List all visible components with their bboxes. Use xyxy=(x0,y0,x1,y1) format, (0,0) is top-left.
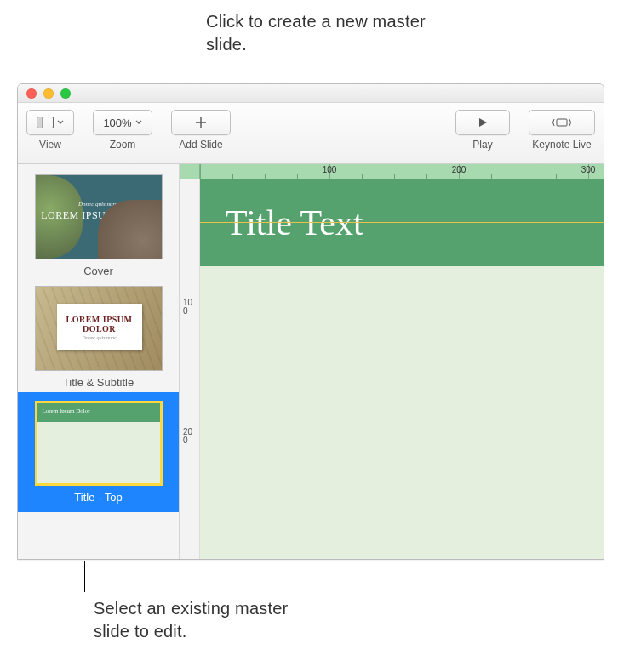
master-slide-thumbnail[interactable]: LOREM IPSUM DOLOR Donec quis nunc Title … xyxy=(18,281,179,392)
slide-navigator: Donec quis nunc LOREM IPSUM DOLOR Cover … xyxy=(18,164,180,559)
annotation-line xyxy=(84,561,85,592)
thumbnail-preview: Lorem Ipsum Dolor xyxy=(35,401,163,486)
toolbar-label: Zoom xyxy=(110,139,136,151)
slide-editor: 100 200 300 100 200 Title Text xyxy=(180,164,604,559)
ruler-tick-label: 200 xyxy=(452,165,466,174)
thumbnail-label: Title - Top xyxy=(26,491,170,504)
thumbnail-text: Lorem Ipsum Dolor xyxy=(43,407,90,414)
play-button[interactable] xyxy=(455,110,510,135)
window-titlebar xyxy=(18,84,604,103)
toolbar-play-group: Play xyxy=(455,110,510,151)
toolbar-add-slide-group: Add Slide xyxy=(171,110,231,151)
ruler-tick-label: 100 xyxy=(183,299,195,316)
slide-canvas[interactable]: Title Text xyxy=(200,179,604,559)
alignment-guide xyxy=(200,222,604,223)
ruler-tick-label: 200 xyxy=(183,428,195,445)
thumbnail-label: Title & Subtitle xyxy=(26,376,170,389)
toolbar-label: Keynote Live xyxy=(532,139,591,151)
toolbar: View 100% Zoom Add Slide xyxy=(18,103,604,164)
close-icon[interactable] xyxy=(26,88,37,99)
ruler-tick-label: 300 xyxy=(581,165,596,174)
chevron-down-icon xyxy=(135,120,142,125)
add-slide-button[interactable] xyxy=(171,110,231,135)
zoom-value: 100% xyxy=(103,117,131,129)
play-icon xyxy=(477,117,489,128)
svg-rect-1 xyxy=(37,117,43,128)
title-text: Title Text xyxy=(226,202,363,243)
title-placeholder[interactable]: Title Text xyxy=(200,179,604,266)
minimize-icon[interactable] xyxy=(43,88,54,99)
toolbar-view-group: View xyxy=(26,110,74,151)
thumbnail-text: Donec quis nunc xyxy=(82,335,116,340)
thumbnail-label: Cover xyxy=(26,265,170,277)
annotation-bottom: Select an existing master slide to edit. xyxy=(94,597,315,643)
vertical-ruler[interactable]: 100 200 xyxy=(180,179,200,559)
ruler-corner xyxy=(180,164,200,179)
toolbar-label: Add Slide xyxy=(179,139,222,151)
chevron-down-icon xyxy=(57,120,64,125)
ruler-tick-label: 100 xyxy=(323,165,337,174)
toolbar-label: Play xyxy=(472,139,492,151)
view-icon xyxy=(37,117,54,128)
horizontal-ruler[interactable]: 100 200 300 xyxy=(200,164,604,179)
thumbnail-text: LOREM IPSUM DOLOR xyxy=(36,209,162,222)
toolbar-label: View xyxy=(39,139,61,151)
broadcast-icon xyxy=(551,117,573,128)
keynote-live-button[interactable] xyxy=(529,110,595,135)
maximize-icon[interactable] xyxy=(60,88,71,99)
master-slide-thumbnail[interactable]: Donec quis nunc LOREM IPSUM DOLOR Cover xyxy=(18,169,179,281)
svg-rect-5 xyxy=(557,119,567,126)
app-window: View 100% Zoom Add Slide xyxy=(17,83,604,560)
plus-icon xyxy=(194,116,208,129)
zoom-button[interactable]: 100% xyxy=(93,110,152,135)
toolbar-zoom-group: 100% Zoom xyxy=(93,110,152,151)
view-button[interactable] xyxy=(26,110,74,135)
toolbar-keynote-live-group: Keynote Live xyxy=(529,110,595,151)
master-slide-thumbnail-selected[interactable]: Lorem Ipsum Dolor Title - Top xyxy=(18,392,179,512)
thumbnail-preview: Donec quis nunc LOREM IPSUM DOLOR xyxy=(35,174,163,259)
annotation-top: Click to create a new master slide. xyxy=(206,10,427,56)
thumbnail-text: Donec quis nunc xyxy=(36,201,162,208)
thumbnail-text: LOREM IPSUM DOLOR xyxy=(57,315,142,333)
thumbnail-preview: LOREM IPSUM DOLOR Donec quis nunc xyxy=(35,286,163,371)
content-area: Donec quis nunc LOREM IPSUM DOLOR Cover … xyxy=(18,164,604,559)
